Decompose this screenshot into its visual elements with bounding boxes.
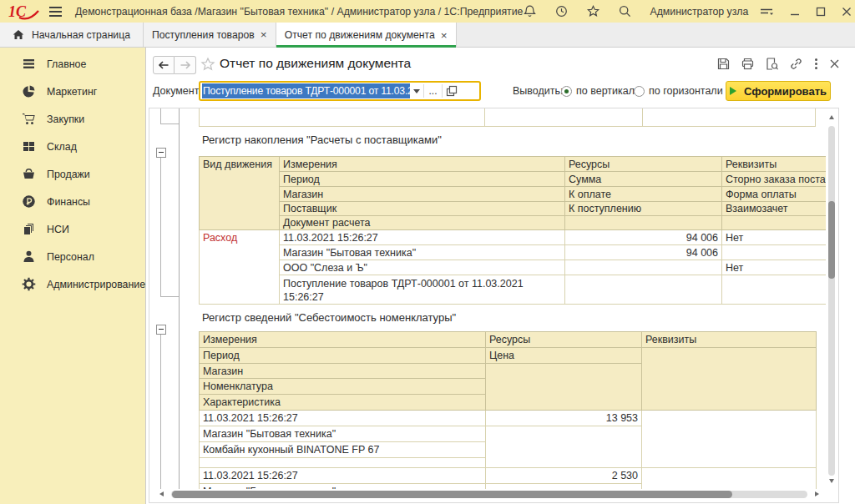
horizontal-scrollbar[interactable] — [149, 489, 826, 500]
vertical-scrollbar[interactable] — [826, 108, 838, 489]
search-icon[interactable] — [618, 4, 632, 18]
person-icon — [22, 249, 36, 264]
document-value[interactable]: Поступление товаров ТДРТ-000001 от 11.03… — [202, 83, 410, 98]
open-document-icon[interactable] — [443, 85, 461, 97]
sidebar-item-prodazhi[interactable]: Продажи — [0, 160, 145, 188]
sidebar-item-administrirovanie[interactable]: Администрирование — [0, 270, 145, 298]
sidebar: Главное Маркетинг Закупки Склад Продажи … — [0, 48, 146, 504]
forward-button[interactable] — [175, 56, 196, 74]
sidebar-item-marketing[interactable]: Маркетинг — [0, 78, 145, 105]
horizontal-scroll-thumb[interactable] — [172, 491, 732, 498]
register1-table: Вид движения Измерения Ресурсы Реквизиты… — [199, 156, 826, 305]
sidebar-item-nsi[interactable]: НСИ — [0, 215, 145, 243]
register2-table: Измерения Ресурсы Реквизиты Период Цена … — [199, 331, 817, 489]
tab-home[interactable]: Начальная страница — [0, 23, 144, 48]
minimize-button[interactable] — [790, 7, 800, 17]
scroll-right-icon[interactable] — [815, 491, 819, 496]
group-collapse-button[interactable] — [156, 325, 166, 335]
close-form-icon[interactable] — [829, 58, 840, 69]
radio-horizontal-label[interactable]: по горизонтали — [649, 85, 723, 97]
menu-lines-icon — [22, 57, 36, 71]
history-icon[interactable] — [554, 4, 569, 18]
1c-logo-icon: 1С — [8, 2, 39, 22]
radio-vertical-label[interactable]: по вертикали — [576, 85, 640, 97]
tab-close-icon[interactable]: × — [441, 29, 448, 42]
link-icon[interactable] — [789, 57, 803, 71]
gear-icon — [22, 277, 36, 291]
print-icon[interactable] — [741, 57, 755, 71]
sidebar-item-zakupki[interactable]: Закупки — [0, 105, 145, 133]
sidebar-item-personal[interactable]: Персонал — [0, 243, 145, 270]
sidebar-item-glavnoe[interactable]: Главное — [0, 50, 145, 78]
scroll-up-icon[interactable] — [829, 115, 834, 119]
tab-bar: Начальная страница Поступления товаров ×… — [0, 23, 855, 48]
generate-button[interactable]: Сформировать — [726, 81, 831, 101]
choose-button[interactable]: ... — [424, 87, 442, 95]
report-cells: Регистр накопления "Расчеты с поставщика… — [149, 108, 826, 489]
form-title: Отчет по движениям документа — [220, 56, 411, 71]
main-menu-icon[interactable] — [49, 7, 62, 17]
service-menu-icon[interactable] — [759, 4, 774, 18]
document-label: Документ: — [153, 85, 202, 97]
document-field[interactable]: Поступление товаров ТДРТ-000001 от 11.03… — [199, 81, 481, 101]
tab-bar-space — [457, 23, 855, 48]
tab-label: Поступления товаров — [152, 29, 255, 41]
tab-otchet[interactable]: Отчет по движениям документа × — [276, 23, 457, 48]
more-actions-icon[interactable] — [813, 57, 819, 71]
boxes-icon — [22, 139, 36, 154]
group-collapse-button[interactable] — [156, 148, 166, 158]
output-label: Выводить: — [513, 85, 564, 97]
home-icon — [13, 29, 24, 40]
report-viewport: Регистр накопления "Расчеты с поставщика… — [149, 108, 839, 503]
back-button[interactable] — [153, 56, 175, 74]
play-icon — [730, 87, 736, 95]
radio-vertical[interactable] — [561, 86, 572, 97]
preview-icon[interactable] — [765, 57, 779, 71]
main-area: Отчет по движениям документа — [146, 48, 855, 504]
scrolled-table-remnant — [199, 108, 816, 127]
sidebar-item-sklad[interactable]: Склад — [0, 133, 145, 160]
favorites-star-icon[interactable] — [586, 4, 600, 18]
books-icon — [22, 222, 36, 236]
window-title: Демонстрационная база /Магазин "Бытовая … — [75, 6, 523, 18]
tab-home-label: Начальная страница — [32, 29, 130, 41]
register1-title: Регистр накопления "Расчеты с поставщика… — [202, 134, 442, 146]
window-titlebar: 1С Демонстрационная база /Магазин "Бытов… — [0, 0, 855, 23]
vertical-scroll-track[interactable] — [828, 126, 835, 476]
tab-label: Отчет по движениям документа — [285, 29, 435, 41]
pie-chart-icon — [22, 84, 36, 98]
sidebar-item-finansy[interactable]: Финансы — [0, 188, 145, 215]
vertical-scroll-thumb[interactable] — [828, 201, 835, 279]
current-user[interactable]: Администратор узла — [650, 6, 748, 18]
tab-postupleniya[interactable]: Поступления товаров × — [144, 23, 276, 48]
shopping-cart-icon — [22, 112, 36, 126]
tab-close-icon[interactable]: × — [261, 28, 267, 41]
scroll-down-icon[interactable] — [829, 479, 834, 483]
basket-icon — [22, 167, 36, 181]
ruble-circle-icon — [22, 194, 36, 209]
save-icon[interactable] — [716, 57, 731, 71]
notifications-bell-icon[interactable] — [523, 4, 537, 18]
dropdown-icon[interactable] — [410, 89, 423, 93]
radio-horizontal[interactable] — [634, 86, 645, 97]
svg-text:1С: 1С — [8, 3, 27, 20]
scroll-left-icon[interactable] — [159, 491, 164, 496]
register2-title: Регистр сведений "Себестоимость номенкла… — [202, 311, 456, 324]
close-window-button[interactable] — [842, 7, 852, 17]
favorite-star-icon[interactable] — [200, 57, 215, 72]
maximize-button[interactable] — [816, 7, 826, 17]
